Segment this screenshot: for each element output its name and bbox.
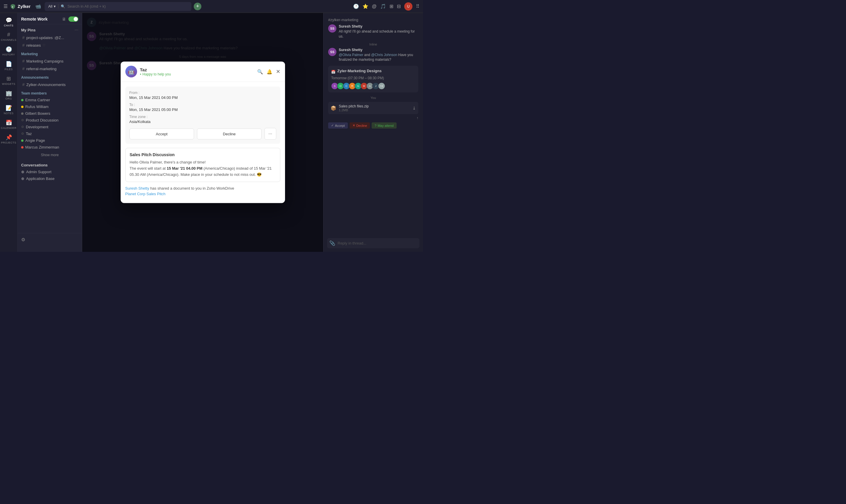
bot-avatar: 🤖 [125,66,137,77]
history-icon: 🕐 [5,46,12,53]
apps-icon[interactable]: ⠿ [416,3,419,9]
conv-application-base[interactable]: ⊕ Application Base [18,175,82,182]
right-message-2: SS Suresh Shetty @Olivia Palmer and @Chr… [328,48,418,62]
pin-item-project-updates[interactable]: # project-updates :@Z... [19,34,81,41]
main-content: Z #zylker-marketing SS Suresh Shetty All… [82,13,323,252]
member-gilbert-bowers[interactable]: Gilbert Bowers [18,110,82,117]
x-icon: ✕ [353,124,355,127]
member-taz[interactable]: ⚙ Taz [18,130,82,137]
member-product-discussion[interactable]: ⚙ Product Discussion [18,117,82,124]
app-logo: Z Zylker [10,3,31,10]
channel-zylker-announcements[interactable]: # Zylker-Announcements [19,81,81,88]
attach-icon[interactable]: 📎 [329,240,335,246]
hash-icon: # [22,66,25,71]
search-bar: All ▾ 🔍 [44,2,192,11]
sidebar-item-chats[interactable]: 💬 CHATS [0,15,17,29]
event-card: From : Mon, 15 Mar 2021 04:00 PM To : Mo… [125,87,280,144]
svg-text:Z: Z [12,5,13,8]
hash-icon: # [22,59,25,64]
search-filter[interactable]: All ▾ [48,4,58,8]
monitor-icon[interactable]: 🖥 [62,17,66,21]
topbar: ☰ Z Zylker 📹 All ▾ 🔍 + 🕐 ⭐ @ 🎵 ⊞ ⊟ U ⠿ [0,0,423,13]
reply-input[interactable] [338,241,417,246]
new-item-button[interactable]: + [194,3,201,10]
show-more-button[interactable]: Show more [18,150,82,159]
sidebar-item-channels[interactable]: # CHANNELS [0,30,17,43]
right-event-card: 📅 Zyler-Marketing Designs Tomorrow (07:3… [328,66,418,92]
search-icon: 🔍 [61,4,65,8]
member-rufus-william[interactable]: Rufus William [18,103,82,110]
pin-item-releases[interactable]: # releases ♡ [19,42,81,49]
main-layout: 💬 CHATS # CHANNELS 🕐 HISTORY 📄 FILES ⊞ W… [0,13,423,252]
right-accept-button[interactable]: ✓ Accept [328,122,348,129]
conversations-title: Conversations [18,159,82,168]
event-rsvp-actions: ✓ Accept ✕ Decline ? May attend [328,122,418,129]
shared-by-link[interactable]: Suresh Shetty [125,186,149,191]
event-actions: Accept Decline ··· [129,128,276,140]
event-to-field: To : Mon, 15 Mar 2021 05:00 PM [129,103,276,112]
member-development[interactable]: ⚙ Development [18,124,82,130]
modal-search-icon[interactable]: 🔍 [257,69,263,74]
pitch-card: Sales Pitch Discussion Hello Olivia Palm… [125,148,280,182]
search-input[interactable] [68,4,126,8]
projects-icon: 📌 [5,134,12,141]
star-icon[interactable]: ⭐ [362,3,368,9]
sidebar-item-org[interactable]: 🏢 ORG [0,88,17,102]
sidebar-item-files[interactable]: 📄 FILES [0,59,17,72]
event-more-button[interactable]: ··· [265,128,276,140]
file-attachment: 📦 Sales pitch files.zip 1.2MB ⤓ [328,102,418,114]
audio-icon[interactable]: 🎵 [380,3,386,9]
file-icon: 📦 [330,105,337,111]
sidebar-item-calendar[interactable]: 📅 CALENDER [0,118,17,131]
toggle-switch[interactable] [68,16,78,22]
left-panel: Remote Work 🖥 My Pins ··· # project-upda… [18,13,82,252]
mention-icon[interactable]: @ [372,4,377,9]
avatar[interactable]: U [404,2,412,11]
status-green-icon [21,140,23,142]
topbar-right: 🕐 ⭐ @ 🎵 ⊞ ⊟ U ⠿ [353,2,419,11]
modal-bell-icon[interactable]: 🔔 [267,69,272,74]
gear-icon: ⚙ [21,132,24,136]
cam-icon[interactable]: 📹 [35,3,41,9]
conv-icon: ⊕ [21,170,24,174]
right-decline-button[interactable]: ✕ Decline [349,122,370,129]
sidebar-item-widgets[interactable]: ⊞ WIDGETS [0,74,17,87]
sidebar-item-notes[interactable]: 📝 NOTES [0,103,17,116]
conv-admin-support[interactable]: ⊕ Admin Support [18,168,82,175]
status-red-icon [21,146,23,148]
channel-referral-marketing[interactable]: # referral-marketing [19,65,81,72]
event-from-field: From : Mon, 15 Mar 2021 04:00 PM [129,91,276,100]
calendar-icon: 📅 [5,120,12,126]
shared-doc-link[interactable]: Planet Corp Sales Pitch [125,192,280,196]
layout-icon[interactable]: ⊟ [397,3,401,9]
right-channel-name: #zylker-marketing [328,18,418,22]
my-pins-more[interactable]: ··· [75,27,78,33]
settings-icon[interactable]: ⚙ [21,237,25,242]
channel-marketing-campaigns[interactable]: # Marketing Campaigns [19,57,81,65]
clock-icon[interactable]: 🕐 [353,3,359,9]
member-emma-cartner[interactable]: Emma Cartner [18,96,82,103]
conv-icon: ⊕ [21,176,24,181]
modal-body: From : Mon, 15 Mar 2021 04:00 PM To : Mo… [121,82,285,203]
menu-icon[interactable]: ☰ [3,3,7,9]
my-pins-title: My Pins [21,28,36,32]
workspace-controls: 🖥 [62,16,78,22]
member-marcus-zimmerman[interactable]: Marcus Zimmerman [18,144,82,150]
member-angie-page[interactable]: Angie Page [18,137,82,144]
question-icon: ? [375,124,376,127]
my-pins-header: My Pins ··· [18,24,82,34]
pitch-title: Sales Pitch Discussion [130,152,276,157]
right-panel: #zylker-marketing SS Suresh Shetty All r… [323,13,423,252]
download-icon[interactable]: ⤓ [412,106,416,110]
sidebar-item-history[interactable]: 🕐 HISTORY [0,44,17,58]
grid-icon[interactable]: ⊞ [390,3,393,9]
sidebar-item-projects[interactable]: 📌 PROJECTS [0,132,17,146]
shared-doc: Suresh Shetty has shared a document to y… [125,186,280,198]
modal-header-icons: 🔍 🔔 ✕ [257,68,280,75]
time-divider: You [328,96,418,100]
modal-close-button[interactable]: ✕ [276,68,280,75]
reply-input-area: 📎 [327,238,419,248]
right-may-attend-button[interactable]: ? May attend [372,122,397,129]
decline-button[interactable]: Decline [197,128,262,139]
accept-button[interactable]: Accept [129,128,194,139]
